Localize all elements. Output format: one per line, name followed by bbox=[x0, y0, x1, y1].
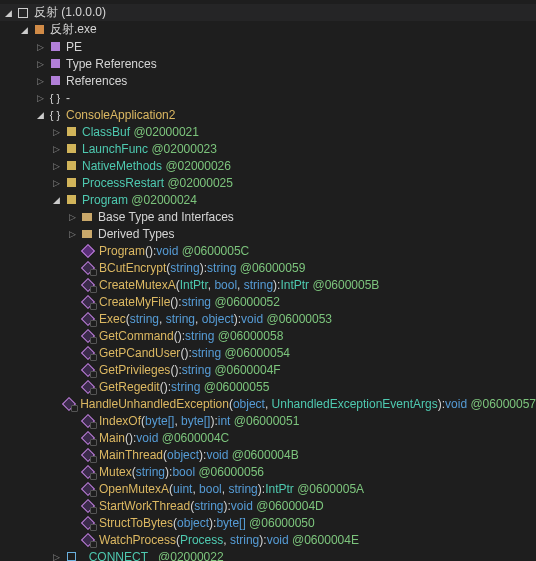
method-return: void bbox=[136, 431, 158, 445]
class-row[interactable]: ▷NativeMethods @02000026 bbox=[0, 157, 536, 174]
method-icon bbox=[80, 499, 96, 513]
method-return: IntPtr bbox=[280, 278, 309, 292]
class-name: Program bbox=[82, 193, 128, 207]
class-row[interactable]: ▷LaunchFunc @02000023 bbox=[0, 140, 536, 157]
method-row[interactable]: GetRegedit() : string @06000055 bbox=[0, 378, 536, 395]
method-icon bbox=[61, 397, 77, 411]
method-params: object, UnhandledExceptionEventArgs bbox=[233, 397, 438, 411]
method-row[interactable]: Main() : void @0600004C bbox=[0, 429, 536, 446]
method-params: string, string, object bbox=[130, 312, 234, 326]
type-name: Process bbox=[180, 533, 223, 547]
section-row[interactable]: ▷PE bbox=[0, 38, 536, 55]
type-name: string bbox=[136, 465, 165, 479]
method-name: CreateMutexA bbox=[99, 278, 176, 292]
method-row[interactable]: GetPrivileges() : string @0600004F bbox=[0, 361, 536, 378]
method-name: GetCommand bbox=[99, 329, 174, 343]
type-name: byte[] bbox=[181, 414, 210, 428]
method-row[interactable]: HandleUnhandledException(object, Unhandl… bbox=[0, 395, 536, 412]
type-name: object bbox=[177, 516, 209, 530]
folder-row[interactable]: ▷Base Type and Interfaces bbox=[0, 208, 536, 225]
method-row[interactable]: StartWorkThread(string) : void @0600004D bbox=[0, 497, 536, 514]
expander-icon[interactable]: ▷ bbox=[34, 92, 46, 104]
expander-icon[interactable]: ◢ bbox=[50, 194, 62, 206]
expander-icon[interactable]: ▷ bbox=[66, 228, 78, 240]
method-return: string bbox=[192, 346, 221, 360]
type-name: IntPtr bbox=[180, 278, 208, 292]
type-name: IntPtr bbox=[280, 278, 309, 292]
method-row[interactable]: OpenMutexA(uint, bool, string) : IntPtr … bbox=[0, 480, 536, 497]
method-row[interactable]: WatchProcess(Process, string) : void @06… bbox=[0, 531, 536, 548]
method-row[interactable]: GetCommand() : string @06000058 bbox=[0, 327, 536, 344]
class-row[interactable]: ▷ProcessRestart @02000025 bbox=[0, 174, 536, 191]
method-params: Process, string bbox=[180, 533, 259, 547]
type-name: UnhandledExceptionEventArgs bbox=[272, 397, 438, 411]
expander-icon[interactable]: ▷ bbox=[34, 75, 46, 87]
method-row[interactable]: GetPCandUser() : string @06000054 bbox=[0, 344, 536, 361]
struct-row[interactable]: ▷ _CONNECT_ @02000022 bbox=[0, 548, 536, 561]
type-name: string bbox=[171, 380, 200, 394]
type-name: void bbox=[241, 312, 263, 326]
method-params: string bbox=[170, 261, 199, 275]
type-name: string bbox=[182, 363, 211, 377]
expander-icon[interactable]: ▷ bbox=[50, 126, 62, 138]
class-row-program[interactable]: ◢ Program @02000024 bbox=[0, 191, 536, 208]
namespace-row[interactable]: ◢ ConsoleApplication2 bbox=[0, 106, 536, 123]
method-token: @06000057 bbox=[470, 397, 536, 411]
method-icon bbox=[80, 448, 96, 462]
method-icon bbox=[80, 516, 96, 530]
method-icon bbox=[80, 244, 96, 258]
method-row[interactable]: CreateMyFile() : string @06000052 bbox=[0, 293, 536, 310]
expander-icon[interactable]: ▷ bbox=[50, 143, 62, 155]
method-params: string bbox=[194, 499, 223, 513]
method-row[interactable]: StructToBytes(object) : byte[] @06000050 bbox=[0, 514, 536, 531]
type-name: object bbox=[202, 312, 234, 326]
method-name: GetPrivileges bbox=[99, 363, 170, 377]
class-name: ClassBuf bbox=[82, 125, 130, 139]
type-name: IntPtr bbox=[265, 482, 294, 496]
expander-icon[interactable]: ▷ bbox=[34, 58, 46, 70]
section-row[interactable]: ▷- bbox=[0, 89, 536, 106]
method-icon bbox=[80, 533, 96, 547]
method-row[interactable]: MainThread(object) : void @0600004B bbox=[0, 446, 536, 463]
class-row[interactable]: ▷ClassBuf @02000021 bbox=[0, 123, 536, 140]
type-name: void bbox=[156, 244, 178, 258]
class-token: @02000023 bbox=[151, 142, 217, 156]
module-name: 反射.exe bbox=[50, 21, 97, 38]
method-row[interactable]: Mutex(string) : bool @06000056 bbox=[0, 463, 536, 480]
type-name: string bbox=[194, 499, 223, 513]
method-return: byte[] bbox=[216, 516, 245, 530]
expander-icon[interactable]: ▷ bbox=[34, 41, 46, 53]
method-icon bbox=[80, 312, 96, 326]
expander-icon[interactable]: ▷ bbox=[50, 177, 62, 189]
tree-title-row[interactable]: ◢ 反射 (1.0.0.0) bbox=[0, 4, 536, 21]
expander-icon[interactable]: ◢ bbox=[34, 109, 46, 121]
module-row[interactable]: ◢ 反射.exe bbox=[0, 21, 536, 38]
method-params: object bbox=[177, 516, 209, 530]
folder-row[interactable]: ▷Derived Types bbox=[0, 225, 536, 242]
section-icon bbox=[47, 40, 63, 54]
section-row[interactable]: ▷Type References bbox=[0, 55, 536, 72]
method-row[interactable]: Program() : void @0600005C bbox=[0, 242, 536, 259]
method-icon bbox=[80, 295, 96, 309]
expander-icon[interactable]: ◢ bbox=[2, 7, 14, 19]
method-row[interactable]: CreateMutexA(IntPtr, bool, string) : Int… bbox=[0, 276, 536, 293]
module-icon bbox=[31, 23, 47, 37]
folder-label: Derived Types bbox=[98, 227, 174, 241]
method-row[interactable]: IndexOf(byte[], byte[]) : int @06000051 bbox=[0, 412, 536, 429]
type-name: void bbox=[206, 448, 228, 462]
type-name: void bbox=[445, 397, 467, 411]
method-name: Program bbox=[99, 244, 145, 258]
expander-icon[interactable]: ▷ bbox=[50, 551, 62, 562]
expander-icon[interactable]: ▷ bbox=[66, 211, 78, 223]
expander-icon[interactable]: ◢ bbox=[18, 24, 30, 36]
type-name: object bbox=[167, 448, 199, 462]
method-token: @0600005B bbox=[312, 278, 379, 292]
section-row[interactable]: ▷References bbox=[0, 72, 536, 89]
type-name: string bbox=[207, 261, 236, 275]
namespace-name: ConsoleApplication2 bbox=[66, 108, 175, 122]
method-row[interactable]: Exec(string, string, object) : void @060… bbox=[0, 310, 536, 327]
method-row[interactable]: BCutEncrypt(string) : string @06000059 bbox=[0, 259, 536, 276]
folder-label: Base Type and Interfaces bbox=[98, 210, 234, 224]
namespace-icon bbox=[47, 108, 63, 122]
expander-icon[interactable]: ▷ bbox=[50, 160, 62, 172]
